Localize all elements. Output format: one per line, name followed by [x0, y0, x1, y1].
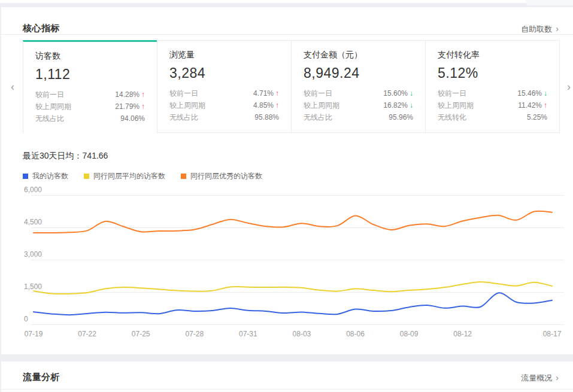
metric-card-row: 较上周同期4.85%↑ — [169, 99, 279, 111]
y-tick-label: 4,500 — [24, 218, 42, 226]
legend-item-2[interactable]: 同行同层平均的访客数 — [84, 171, 165, 181]
cards-prev-arrow[interactable]: ‹ — [11, 81, 14, 92]
y-tick-label: 0 — [24, 315, 28, 323]
metric-card-row: 较前一日15.46%↓ — [438, 87, 547, 99]
dashboard-canvas: 核心指标 自助取数› ‹ › 访客数1,112较前一日14.28%↑较上周同期2… — [0, 0, 573, 392]
metric-row-value: 16.82%↓ — [383, 99, 413, 111]
series-line-3 — [34, 211, 552, 233]
legend-swatch-icon — [181, 174, 186, 179]
traffic-analysis-title: 流量分析 — [23, 372, 60, 383]
metric-card-1[interactable]: 访客数1,112较前一日14.28%↑较上周同期21.79%↑无线占比94.06… — [23, 40, 157, 133]
metric-row-value: 5.25% — [527, 111, 547, 123]
self-service-data-link[interactable]: 自助取数› — [521, 24, 559, 35]
traffic-overview-link[interactable]: 流量概况› — [521, 373, 559, 384]
metric-row-label: 无线占比 — [304, 111, 332, 123]
visitors-trend-chart: 01,5003,0004,5006,00007-1907-2207-2507-2… — [1, 186, 573, 344]
metric-row-label: 较前一日 — [169, 87, 198, 99]
metric-card-row: 较上周同期21.79%↑ — [35, 101, 145, 113]
legend-item-3[interactable]: 同行同层优秀的访客数 — [181, 171, 262, 181]
x-tick-label: 08-03 — [293, 330, 311, 338]
x-tick-label: 07-28 — [185, 330, 204, 338]
x-tick-label: 07-31 — [239, 330, 257, 338]
chevron-right-icon: › — [556, 373, 559, 382]
metric-card-value: 3,284 — [169, 65, 279, 81]
arrow-up-icon: ↑ — [141, 90, 145, 99]
top-white-strip — [0, 0, 573, 3]
footer-divider — [1, 389, 573, 390]
metric-card-value: 1,112 — [35, 66, 145, 83]
metric-row-value: 95.96% — [389, 111, 413, 123]
arrow-up-icon: ↑ — [544, 101, 547, 110]
metric-row-value: 14.28%↑ — [115, 89, 145, 101]
self-service-data-label: 自助取数 — [521, 25, 552, 34]
arrow-down-icon: ↓ — [410, 101, 413, 110]
arrow-up-icon: ↑ — [275, 101, 279, 110]
core-metrics-title: 核心指标 — [23, 23, 60, 34]
header-divider — [1, 34, 573, 35]
x-tick-label: 08-06 — [346, 330, 365, 338]
legend-swatch-icon — [23, 174, 28, 179]
metric-card-title: 支付金额（元） — [304, 50, 413, 60]
metric-card-row: 较上周同期11.42%↑ — [438, 99, 547, 111]
y-tick-label: 6,000 — [24, 186, 42, 194]
avg-label: 最近30天日均： — [23, 151, 83, 160]
metric-row-label: 较前一日 — [304, 87, 332, 99]
traffic-analysis-panel: 流量分析 流量概况› — [1, 361, 573, 392]
metric-row-label: 无线转化 — [438, 111, 466, 123]
metric-card-3[interactable]: 支付金额（元）8,949.24较前一日15.60%↓较上周同期16.82%↓无线… — [291, 40, 425, 133]
metric-row-value: 11.42%↑ — [518, 99, 547, 111]
traffic-overview-label: 流量概况 — [521, 373, 552, 382]
legend-item-1[interactable]: 我的访客数 — [23, 171, 68, 181]
x-tick-label: 08-12 — [453, 330, 472, 338]
metric-card-4[interactable]: 支付转化率5.12%较前一日15.46%↓较上周同期11.42%↑无线转化5.2… — [425, 40, 560, 133]
metric-card-row: 无线占比95.88% — [169, 111, 279, 123]
metric-row-value: 4.85%↑ — [253, 99, 279, 111]
x-tick-label: 08-17 — [543, 330, 562, 338]
x-tick-label: 08-09 — [400, 330, 419, 338]
metric-row-label: 较前一日 — [35, 89, 64, 101]
metric-row-value: 15.46%↓ — [517, 87, 547, 99]
x-tick-label: 07-25 — [132, 330, 150, 338]
metric-card-row: 无线占比95.96% — [304, 111, 413, 123]
metric-row-label: 无线占比 — [35, 113, 64, 124]
metric-row-label: 较上周同期 — [438, 99, 474, 111]
metric-card-row: 无线占比94.06% — [35, 113, 145, 124]
metric-row-value: 21.79%↑ — [115, 101, 145, 113]
metric-row-value: 94.06% — [120, 113, 145, 124]
x-tick-label: 07-22 — [78, 330, 96, 338]
metric-card-title: 浏览量 — [169, 50, 279, 60]
metric-row-value: 95.88% — [254, 111, 279, 123]
metric-card-row: 较上周同期16.82%↓ — [304, 99, 413, 111]
legend-label: 同行同层优秀的访客数 — [190, 171, 262, 181]
legend-label: 我的访客数 — [32, 171, 68, 181]
cards-next-arrow[interactable]: › — [567, 81, 571, 92]
arrow-up-icon: ↑ — [141, 102, 145, 111]
scrollbar-thumb[interactable] — [526, 0, 573, 5]
chevron-right-icon: › — [556, 24, 559, 34]
metric-card-row: 较前一日4.71%↑ — [169, 87, 279, 99]
thirty-day-average: 最近30天日均：741.66 — [23, 151, 108, 162]
y-tick-label: 3,000 — [24, 250, 42, 259]
legend-label: 同行同层平均的访客数 — [93, 171, 165, 181]
y-tick-label: 1,500 — [24, 282, 42, 291]
metric-card-value: 8,949.24 — [304, 65, 413, 81]
arrow-up-icon: ↑ — [275, 89, 279, 98]
metric-card-row: 较前一日14.28%↑ — [35, 89, 145, 101]
avg-value: 741.66 — [83, 151, 108, 160]
metric-row-label: 较上周同期 — [35, 101, 71, 113]
metric-row-value: 15.60%↓ — [383, 87, 413, 99]
metric-card-2[interactable]: 浏览量3,284较前一日4.71%↑较上周同期4.85%↑无线占比95.88% — [157, 40, 291, 133]
metric-row-label: 较上周同期 — [169, 99, 205, 111]
core-metrics-panel: 核心指标 自助取数› ‹ › 访客数1,112较前一日14.28%↑较上周同期2… — [1, 7, 573, 354]
arrow-down-icon: ↓ — [544, 89, 547, 98]
metric-card-title: 访客数 — [35, 51, 145, 62]
metric-row-value: 4.71%↑ — [253, 87, 279, 99]
metric-row-label: 无线占比 — [169, 111, 198, 123]
metric-card-title: 支付转化率 — [438, 50, 547, 60]
series-line-1 — [34, 293, 552, 315]
arrow-down-icon: ↓ — [410, 89, 413, 98]
chart-legend: 我的访客数同行同层平均的访客数同行同层优秀的访客数 — [23, 171, 278, 181]
metric-card-row: 无线转化5.25% — [438, 111, 547, 123]
metric-cards-strip: 访客数1,112较前一日14.28%↑较上周同期21.79%↑无线占比94.06… — [23, 40, 560, 133]
x-tick-label: 07-19 — [25, 330, 43, 338]
